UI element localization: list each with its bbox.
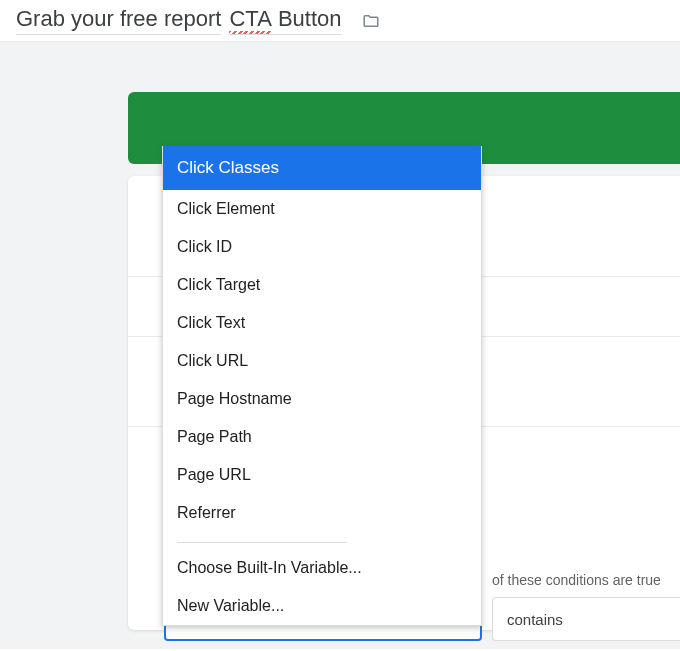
folder-icon[interactable] (360, 12, 382, 30)
menu-item-click-classes[interactable]: Click Classes (163, 146, 481, 190)
menu-item-referrer[interactable]: Referrer (163, 494, 481, 532)
menu-item-builtin[interactable]: Choose Built-In Variable... (163, 549, 481, 587)
variable-menu: Click Classes Click Element Click ID Cli… (162, 146, 482, 626)
menu-item-page-path[interactable]: Page Path (163, 418, 481, 456)
menu-item-click-id[interactable]: Click ID (163, 228, 481, 266)
title-cta-group[interactable]: CTA Button (229, 6, 341, 35)
menu-item-page-url[interactable]: Page URL (163, 456, 481, 494)
workspace: of these conditions are true Click Class… (0, 42, 680, 649)
conditions-hint: of these conditions are true (492, 572, 661, 588)
menu-item-click-text[interactable]: Click Text (163, 304, 481, 342)
operator-dropdown[interactable]: contains (492, 597, 680, 641)
page-header: Grab your free report CTA Button (0, 0, 680, 42)
title-suffix: Button (278, 6, 342, 31)
menu-item-click-url[interactable]: Click URL (163, 342, 481, 380)
operator-value: contains (507, 611, 563, 628)
menu-item-page-hostname[interactable]: Page Hostname (163, 380, 481, 418)
title-prefix[interactable]: Grab your free report (16, 6, 221, 35)
menu-item-new-variable[interactable]: New Variable... (163, 587, 481, 625)
title-cta-text: CTA (229, 6, 271, 31)
menu-item-click-element[interactable]: Click Element (163, 190, 481, 228)
menu-item-click-target[interactable]: Click Target (163, 266, 481, 304)
menu-separator (177, 542, 347, 543)
